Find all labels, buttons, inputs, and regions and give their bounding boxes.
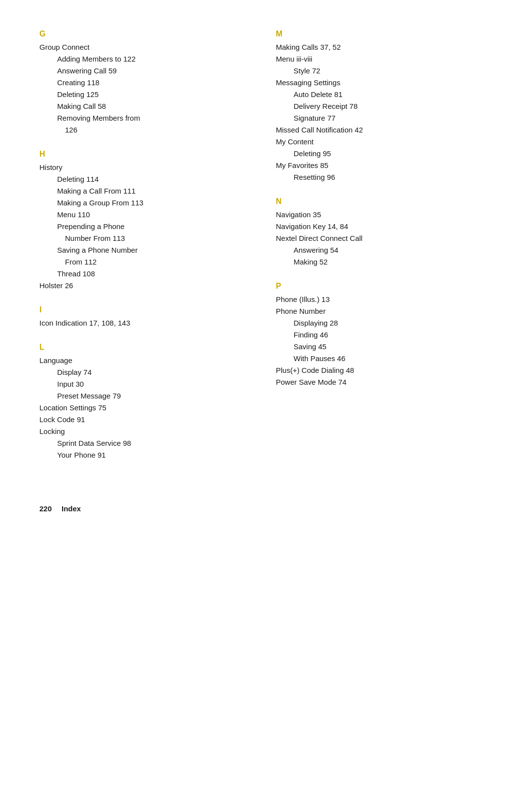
index-entry: Messaging Settings <box>276 77 493 89</box>
index-entry: Nextel Direct Connect Call <box>276 233 493 244</box>
index-entry: Plus(+) Code Dialing 48 <box>276 365 493 376</box>
index-section: HHistoryDeleting 114Making a Call From 1… <box>39 150 256 292</box>
right-column: MMaking Calls 37, 52Menu iii-viiiStyle 7… <box>276 30 493 475</box>
index-entry: Menu 110 <box>39 209 256 221</box>
section-letter: G <box>39 30 256 38</box>
index-entry: With Pauses 46 <box>276 353 493 365</box>
index-entry: Phone (Illus.) 13 <box>276 294 493 305</box>
index-entry: Navigation Key 14, 84 <box>276 221 493 233</box>
index-entry: Deleting 114 <box>39 173 256 185</box>
index-entry: My Content <box>276 136 493 148</box>
index-entry: From 112 <box>39 256 256 268</box>
index-entry: Your Phone 91 <box>39 449 256 461</box>
section-letter: M <box>276 30 493 38</box>
index-entry: Auto Delete 81 <box>276 89 493 100</box>
index-entry: My Favorites 85 <box>276 160 493 171</box>
index-entry: Answering 54 <box>276 244 493 256</box>
index-entry: Holster 26 <box>39 280 256 292</box>
index-entry: Style 72 <box>276 65 493 77</box>
index-entry: Icon Indication 17, 108, 143 <box>39 317 256 329</box>
index-entry: Navigation 35 <box>276 209 493 221</box>
index-entry: Resetting 96 <box>276 171 493 183</box>
page-footer: 220 Index <box>39 504 493 513</box>
index-entry: Lock Code 91 <box>39 414 256 426</box>
index-entry: Menu iii-viii <box>276 53 493 65</box>
section-letter: N <box>276 197 493 206</box>
section-letter: H <box>39 150 256 159</box>
index-entry: History <box>39 162 256 173</box>
index-entry: Sprint Data Service 98 <box>39 437 256 449</box>
index-entry: Power Save Mode 74 <box>276 376 493 388</box>
index-entry: Prepending a Phone <box>39 221 256 233</box>
index-entry: Thread 108 <box>39 268 256 280</box>
index-section: MMaking Calls 37, 52Menu iii-viiiStyle 7… <box>276 30 493 183</box>
index-entry: Answering Call 59 <box>39 65 256 77</box>
index-entry: Deleting 125 <box>39 89 256 100</box>
index-entry: Making a Call From 111 <box>39 185 256 197</box>
index-entry: Phone Number <box>276 305 493 317</box>
index-entry: Making Calls 37, 52 <box>276 41 493 53</box>
index-section: GGroup ConnectAdding Members to 122Answe… <box>39 30 256 136</box>
index-section: PPhone (Illus.) 13Phone NumberDisplaying… <box>276 282 493 388</box>
index-entry: Removing Members from <box>39 112 256 124</box>
index-section: LLanguageDisplay 74Input 30Preset Messag… <box>39 343 256 461</box>
section-letter: I <box>39 305 256 314</box>
index-entry: Language <box>39 355 256 366</box>
index-entry: Display 74 <box>39 366 256 378</box>
index-entry: Preset Message 79 <box>39 390 256 402</box>
index-entry: Missed Call Notification 42 <box>276 124 493 136</box>
index-entry: Deleting 95 <box>276 148 493 160</box>
page-number: 220 <box>39 504 52 513</box>
index-entry: 126 <box>39 124 256 136</box>
index-entry: Location Settings 75 <box>39 402 256 414</box>
index-entry: Making a Group From 113 <box>39 197 256 209</box>
index-entry: Making 52 <box>276 256 493 268</box>
index-entry: Delivery Receipt 78 <box>276 100 493 112</box>
index-entry: Signature 77 <box>276 112 493 124</box>
footer-index-label: Index <box>62 504 81 513</box>
index-entry: Saving a Phone Number <box>39 244 256 256</box>
index-entry: Making Call 58 <box>39 100 256 112</box>
index-entry: Input 30 <box>39 378 256 390</box>
index-entry: Finding 46 <box>276 329 493 341</box>
section-letter: L <box>39 343 256 352</box>
section-letter: P <box>276 282 493 291</box>
page-content: GGroup ConnectAdding Members to 122Answe… <box>39 30 493 475</box>
index-entry: Creating 118 <box>39 77 256 89</box>
index-entry: Saving 45 <box>276 341 493 353</box>
index-entry: Locking <box>39 426 256 437</box>
index-entry: Group Connect <box>39 41 256 53</box>
index-section: NNavigation 35Navigation Key 14, 84Nexte… <box>276 197 493 268</box>
index-entry: Number From 113 <box>39 233 256 244</box>
index-section: IIcon Indication 17, 108, 143 <box>39 305 256 329</box>
index-entry: Adding Members to 122 <box>39 53 256 65</box>
left-column: GGroup ConnectAdding Members to 122Answe… <box>39 30 256 475</box>
index-entry: Displaying 28 <box>276 317 493 329</box>
